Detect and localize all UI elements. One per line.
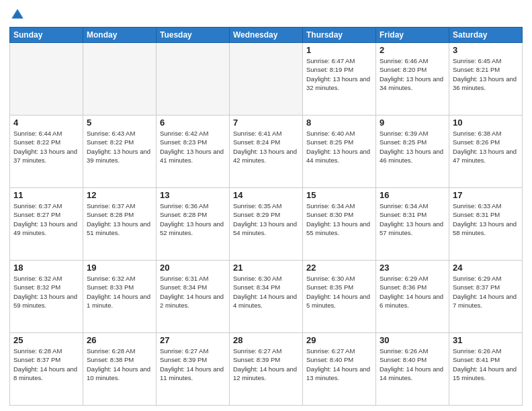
- day-info: Sunrise: 6:37 AMSunset: 8:27 PMDaylight:…: [13, 201, 79, 237]
- calendar-cell: 25Sunrise: 6:28 AMSunset: 8:37 PMDayligh…: [10, 333, 83, 406]
- day-info: Sunrise: 6:31 AMSunset: 8:34 PMDaylight:…: [160, 274, 226, 310]
- day-number: 19: [87, 263, 152, 273]
- calendar-cell: 5Sunrise: 6:43 AMSunset: 8:22 PMDaylight…: [83, 116, 157, 188]
- calendar-header-row: SundayMondayTuesdayWednesdayThursdayFrid…: [10, 28, 523, 43]
- calendar-cell: 27Sunrise: 6:27 AMSunset: 8:39 PMDayligh…: [157, 333, 230, 406]
- calendar-header-monday: Monday: [83, 28, 157, 43]
- day-info: Sunrise: 6:42 AMSunset: 8:23 PMDaylight:…: [160, 129, 226, 165]
- page: SundayMondayTuesdayWednesdayThursdayFrid…: [0, 0, 532, 411]
- day-number: 23: [380, 263, 445, 273]
- calendar-cell: 8Sunrise: 6:40 AMSunset: 8:25 PMDaylight…: [303, 116, 376, 188]
- day-info: Sunrise: 6:29 AMSunset: 8:37 PMDaylight:…: [453, 274, 519, 310]
- day-info: Sunrise: 6:35 AMSunset: 8:29 PMDaylight:…: [233, 201, 299, 237]
- day-number: 5: [87, 118, 152, 128]
- calendar-cell: 3Sunrise: 6:45 AMSunset: 8:21 PMDaylight…: [449, 43, 523, 116]
- day-number: 25: [13, 335, 79, 345]
- day-number: 24: [453, 263, 519, 273]
- day-info: Sunrise: 6:30 AMSunset: 8:34 PMDaylight:…: [233, 274, 299, 310]
- calendar-cell: 17Sunrise: 6:33 AMSunset: 8:31 PMDayligh…: [449, 188, 523, 261]
- day-info: Sunrise: 6:37 AMSunset: 8:28 PMDaylight:…: [87, 201, 152, 237]
- calendar-week-4: 18Sunrise: 6:32 AMSunset: 8:32 PMDayligh…: [10, 261, 523, 333]
- day-info: Sunrise: 6:27 AMSunset: 8:39 PMDaylight:…: [233, 347, 299, 382]
- day-number: 21: [233, 263, 299, 273]
- calendar-header-sunday: Sunday: [10, 28, 83, 43]
- day-number: 22: [306, 263, 372, 273]
- calendar-cell: 18Sunrise: 6:32 AMSunset: 8:32 PMDayligh…: [10, 261, 83, 333]
- calendar-header-wednesday: Wednesday: [230, 28, 303, 43]
- header: [9, 7, 523, 23]
- day-info: Sunrise: 6:26 AMSunset: 8:41 PMDaylight:…: [453, 347, 519, 382]
- day-number: 14: [233, 190, 299, 200]
- calendar-cell: [83, 43, 157, 116]
- day-info: Sunrise: 6:41 AMSunset: 8:24 PMDaylight:…: [233, 129, 299, 165]
- day-info: Sunrise: 6:33 AMSunset: 8:31 PMDaylight:…: [453, 201, 519, 237]
- day-info: Sunrise: 6:44 AMSunset: 8:22 PMDaylight:…: [13, 129, 79, 165]
- day-info: Sunrise: 6:28 AMSunset: 8:38 PMDaylight:…: [87, 347, 152, 382]
- day-number: 15: [306, 190, 372, 200]
- calendar-header-friday: Friday: [376, 28, 449, 43]
- calendar-cell: 6Sunrise: 6:42 AMSunset: 8:23 PMDaylight…: [157, 116, 230, 188]
- calendar-header-tuesday: Tuesday: [157, 28, 230, 43]
- day-info: Sunrise: 6:29 AMSunset: 8:36 PMDaylight:…: [380, 274, 445, 310]
- day-info: Sunrise: 6:47 AMSunset: 8:19 PMDaylight:…: [306, 56, 372, 92]
- day-info: Sunrise: 6:36 AMSunset: 8:28 PMDaylight:…: [160, 201, 226, 237]
- calendar-cell: 14Sunrise: 6:35 AMSunset: 8:29 PMDayligh…: [230, 188, 303, 261]
- day-number: 10: [453, 118, 519, 128]
- calendar-week-3: 11Sunrise: 6:37 AMSunset: 8:27 PMDayligh…: [10, 188, 523, 261]
- calendar-cell: 16Sunrise: 6:34 AMSunset: 8:31 PMDayligh…: [376, 188, 449, 261]
- calendar-week-2: 4Sunrise: 6:44 AMSunset: 8:22 PMDaylight…: [10, 116, 523, 188]
- calendar-table: SundayMondayTuesdayWednesdayThursdayFrid…: [9, 27, 523, 406]
- calendar-cell: 12Sunrise: 6:37 AMSunset: 8:28 PMDayligh…: [83, 188, 157, 261]
- calendar-cell: 4Sunrise: 6:44 AMSunset: 8:22 PMDaylight…: [10, 116, 83, 188]
- calendar-cell: 29Sunrise: 6:27 AMSunset: 8:40 PMDayligh…: [303, 333, 376, 406]
- calendar-cell: 31Sunrise: 6:26 AMSunset: 8:41 PMDayligh…: [449, 333, 523, 406]
- calendar-week-1: 1Sunrise: 6:47 AMSunset: 8:19 PMDaylight…: [10, 43, 523, 116]
- day-number: 12: [87, 190, 152, 200]
- day-info: Sunrise: 6:32 AMSunset: 8:32 PMDaylight:…: [13, 274, 79, 310]
- day-info: Sunrise: 6:40 AMSunset: 8:25 PMDaylight:…: [306, 129, 372, 165]
- day-number: 2: [380, 45, 445, 55]
- day-number: 29: [306, 335, 372, 345]
- calendar-cell: 1Sunrise: 6:47 AMSunset: 8:19 PMDaylight…: [303, 43, 376, 116]
- day-number: 26: [87, 335, 152, 345]
- calendar-cell: 21Sunrise: 6:30 AMSunset: 8:34 PMDayligh…: [230, 261, 303, 333]
- calendar-cell: [10, 43, 83, 116]
- calendar-cell: 30Sunrise: 6:26 AMSunset: 8:40 PMDayligh…: [376, 333, 449, 406]
- day-info: Sunrise: 6:27 AMSunset: 8:39 PMDaylight:…: [160, 347, 226, 382]
- calendar-cell: 22Sunrise: 6:30 AMSunset: 8:35 PMDayligh…: [303, 261, 376, 333]
- day-info: Sunrise: 6:30 AMSunset: 8:35 PMDaylight:…: [306, 274, 372, 310]
- day-number: 17: [453, 190, 519, 200]
- day-number: 13: [160, 190, 226, 200]
- day-number: 20: [160, 263, 226, 273]
- calendar-cell: [157, 43, 230, 116]
- calendar-cell: 20Sunrise: 6:31 AMSunset: 8:34 PMDayligh…: [157, 261, 230, 333]
- calendar-cell: 2Sunrise: 6:46 AMSunset: 8:20 PMDaylight…: [376, 43, 449, 116]
- day-number: 31: [453, 335, 519, 345]
- day-number: 1: [306, 45, 372, 55]
- calendar-cell: 28Sunrise: 6:27 AMSunset: 8:39 PMDayligh…: [230, 333, 303, 406]
- logo-icon: [9, 7, 26, 23]
- day-number: 7: [233, 118, 299, 128]
- calendar-cell: 24Sunrise: 6:29 AMSunset: 8:37 PMDayligh…: [449, 261, 523, 333]
- day-number: 4: [13, 118, 79, 128]
- logo: [9, 7, 28, 23]
- day-number: 8: [306, 118, 372, 128]
- calendar-cell: 7Sunrise: 6:41 AMSunset: 8:24 PMDaylight…: [230, 116, 303, 188]
- day-number: 3: [453, 45, 519, 55]
- day-info: Sunrise: 6:27 AMSunset: 8:40 PMDaylight:…: [306, 347, 372, 382]
- day-number: 11: [13, 190, 79, 200]
- calendar-cell: 10Sunrise: 6:38 AMSunset: 8:26 PMDayligh…: [449, 116, 523, 188]
- calendar-cell: 23Sunrise: 6:29 AMSunset: 8:36 PMDayligh…: [376, 261, 449, 333]
- calendar-cell: 11Sunrise: 6:37 AMSunset: 8:27 PMDayligh…: [10, 188, 83, 261]
- day-info: Sunrise: 6:26 AMSunset: 8:40 PMDaylight:…: [380, 347, 445, 382]
- calendar-cell: 26Sunrise: 6:28 AMSunset: 8:38 PMDayligh…: [83, 333, 157, 406]
- day-info: Sunrise: 6:43 AMSunset: 8:22 PMDaylight:…: [87, 129, 152, 165]
- day-number: 28: [233, 335, 299, 345]
- calendar-week-5: 25Sunrise: 6:28 AMSunset: 8:37 PMDayligh…: [10, 333, 523, 406]
- calendar-header-thursday: Thursday: [303, 28, 376, 43]
- day-info: Sunrise: 6:32 AMSunset: 8:33 PMDaylight:…: [87, 274, 152, 310]
- day-number: 6: [160, 118, 226, 128]
- calendar-header-saturday: Saturday: [449, 28, 523, 43]
- calendar-cell: 13Sunrise: 6:36 AMSunset: 8:28 PMDayligh…: [157, 188, 230, 261]
- calendar-cell: 19Sunrise: 6:32 AMSunset: 8:33 PMDayligh…: [83, 261, 157, 333]
